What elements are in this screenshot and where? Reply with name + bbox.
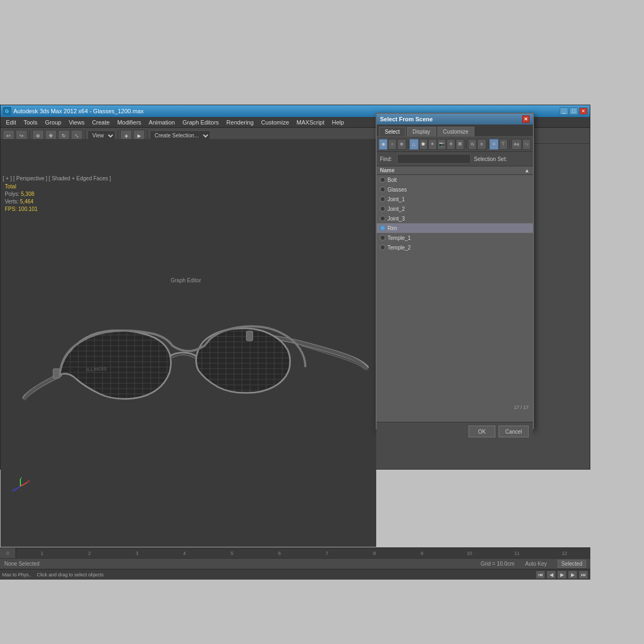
app-icon: G: [3, 107, 11, 115]
prev-frame-btn[interactable]: ◀: [546, 570, 556, 579]
geo-filter-btn[interactable]: △: [409, 139, 418, 150]
svg-text:Y: Y: [20, 477, 23, 479]
camera-filter-btn[interactable]: 📷: [437, 139, 446, 150]
dialog-buttons: OK Cancel: [377, 422, 533, 441]
scene-list-area[interactable]: Bolt Glasses Joint_1 Joint_2 Joint_3 Rim…: [377, 175, 533, 422]
key-mode-display[interactable]: Selected: [558, 560, 586, 568]
menu-edit[interactable]: Edit: [3, 118, 19, 127]
timeline-bar: 0 1 2 3 4 5 6 7 8 9 10 11 12: [0, 547, 590, 558]
xref-btn[interactable]: X: [477, 139, 486, 150]
timeline-start: 0: [0, 548, 16, 558]
tick-3: 3: [113, 551, 161, 556]
polys-value: 5,308: [21, 191, 34, 197]
select-invert-btn[interactable]: ⊗: [397, 139, 406, 150]
auto-key-label: Auto Key: [525, 561, 547, 567]
tab-select[interactable]: Select: [379, 127, 406, 136]
item-name-bolt: Bolt: [387, 177, 397, 183]
item-name-rim: Rim: [387, 225, 397, 231]
axis-gizmo: X Y Z: [11, 477, 27, 493]
viewport-label: [ + ] [ Perspective ] [ Shaded + Edged F…: [3, 175, 111, 181]
cancel-button[interactable]: Cancel: [499, 426, 529, 437]
tab-display[interactable]: Display: [407, 127, 436, 136]
select-all-btn[interactable]: ◉: [379, 139, 387, 150]
group-btn[interactable]: G: [468, 139, 477, 150]
tab-customize[interactable]: Customize: [437, 127, 474, 136]
stats-verts: Verts: 5,464: [5, 198, 38, 206]
prev-key-btn[interactable]: ⏮: [536, 570, 545, 579]
dialog-titlebar: Select From Scene ✕: [377, 114, 533, 125]
list-item-joint3[interactable]: Joint_3: [377, 214, 533, 223]
menu-tools[interactable]: Tools: [20, 118, 41, 127]
list-item-bolt[interactable]: Bolt: [377, 175, 533, 185]
next-key-btn[interactable]: ⏭: [579, 570, 588, 579]
dialog-title: Select From Scene: [380, 116, 433, 122]
menu-create[interactable]: Create: [89, 118, 113, 127]
tick-6: 6: [256, 551, 304, 556]
timeline-ruler[interactable]: 1 2 3 4 5 6 7 8 9 10 11 12: [16, 551, 590, 556]
glasses-3d-model: ILLINOIS: [17, 214, 371, 515]
viewport-3d[interactable]: [ + ] [ Perspective ] [ Shaded + Edged F…: [1, 139, 376, 547]
tick-4: 4: [161, 551, 209, 556]
col-name-header: Name: [380, 167, 524, 173]
svg-line-56: [14, 486, 20, 491]
shape-filter-btn[interactable]: ⬟: [419, 139, 428, 150]
grid-display: Grid = 10.0cm: [480, 561, 514, 567]
item-indicator-joint3: [380, 216, 385, 221]
sort-btn[interactable]: ↑↓: [522, 139, 531, 150]
playback-controls: ⏮ ◀ ▶ ▶ ⏭: [536, 570, 588, 579]
column-header: Name ▲: [377, 166, 533, 175]
find-input[interactable]: [397, 154, 471, 164]
item-name-joint3: Joint_3: [387, 216, 405, 222]
list-btn[interactable]: ≡: [489, 139, 498, 150]
helper-filter-btn[interactable]: ✛: [447, 139, 455, 150]
menu-animation[interactable]: Animation: [145, 118, 178, 127]
item-indicator-temple1: [380, 235, 385, 240]
hier-btn[interactable]: ⊤: [499, 139, 508, 150]
menu-group[interactable]: Group: [42, 118, 65, 127]
list-item-temple1[interactable]: Temple_1: [377, 233, 533, 243]
menu-modifiers[interactable]: Modifiers: [114, 118, 144, 127]
item-indicator-rim: [380, 225, 385, 231]
ok-button[interactable]: OK: [469, 426, 495, 437]
tick-1: 1: [18, 551, 66, 556]
menu-help[interactable]: Help: [329, 118, 348, 127]
tick-7: 7: [303, 551, 351, 556]
next-frame-btn[interactable]: ▶: [568, 570, 577, 579]
list-item-temple2[interactable]: Temple_2: [377, 243, 533, 252]
menu-rendering[interactable]: Rendering: [223, 118, 257, 127]
list-item-joint2[interactable]: Joint_2: [377, 204, 533, 214]
find-bar: Find: Selection Set:: [377, 152, 533, 166]
item-name-joint1: Joint_1: [387, 196, 405, 202]
fps-label: FPS:: [5, 206, 17, 212]
select-none-btn[interactable]: ○: [388, 139, 397, 150]
dialog-toolbar: ◉ ○ ⊗ △ ⬟ ☀ 📷 ✛ ⌘ G X ≡ ⊤ Aa ↑↓: [377, 137, 533, 152]
toolbar-sep-3: [488, 140, 488, 149]
window-controls: _ □ ✕: [560, 107, 588, 115]
item-indicator-joint1: [380, 196, 385, 202]
play-btn[interactable]: ▶: [557, 570, 567, 579]
status-bar: None Selected Grid = 10.0cm Auto Key Sel…: [0, 558, 590, 569]
close-button[interactable]: ✕: [579, 107, 588, 115]
status-text: None Selected: [4, 561, 40, 567]
list-item-rim[interactable]: Rim: [377, 223, 533, 233]
minimize-button[interactable]: _: [560, 107, 568, 115]
case-btn[interactable]: Aa: [511, 139, 522, 150]
menu-customize[interactable]: Customize: [258, 118, 292, 127]
list-item-glasses[interactable]: Glasses: [377, 185, 533, 194]
toolbar-sep-2: [466, 140, 466, 149]
dialog-close-button[interactable]: ✕: [522, 115, 530, 123]
item-name-glasses: Glasses: [387, 187, 407, 193]
maximize-button[interactable]: □: [569, 107, 578, 115]
fps-display: FPS: 100.101: [5, 206, 38, 213]
svg-rect-52: [246, 331, 253, 341]
tick-12: 12: [541, 551, 589, 556]
menu-graph-editors[interactable]: Graph Editors: [179, 118, 222, 127]
list-item-joint1[interactable]: Joint_1: [377, 194, 533, 204]
menu-maxscript[interactable]: MAXScript: [294, 118, 328, 127]
menu-views[interactable]: Views: [65, 118, 87, 127]
item-indicator-temple2: [380, 245, 385, 250]
light-filter-btn[interactable]: ☀: [428, 139, 437, 150]
toolbar-sep: [408, 140, 408, 149]
space-warp-btn[interactable]: ⌘: [456, 139, 464, 150]
fps-value: 100.101: [18, 206, 38, 212]
